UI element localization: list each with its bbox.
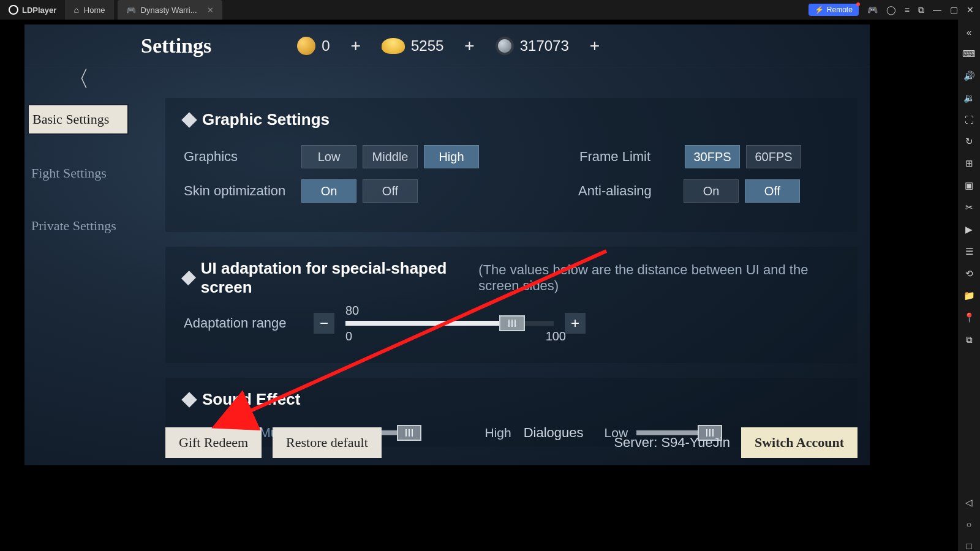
diamond-icon <box>181 271 196 285</box>
coin-icon <box>496 37 514 55</box>
ldplayer-logo: LDPlayer <box>0 5 65 15</box>
diamond-icon <box>181 112 197 127</box>
emulator-top-bar: LDPlayer ⌂ Home 🎮 Dynasty Warri... ✕ ⚡ R… <box>0 0 980 20</box>
sync-icon[interactable]: ↻ <box>965 136 973 147</box>
page-title: Settings <box>141 34 211 58</box>
close-window-icon[interactable]: ✕ <box>967 5 974 15</box>
ldplayer-ring-icon <box>9 5 18 15</box>
settings-header: Settings 0 + 5255 + 317073 + <box>24 24 870 67</box>
collapse-icon[interactable]: « <box>967 27 971 37</box>
keyboard-icon[interactable]: ⌨ <box>962 48 976 59</box>
ldplayer-brand: LDPlayer <box>22 6 56 15</box>
bolt-icon: ⚡ <box>815 6 824 14</box>
top-right-controls: ⚡ Remote 🎮 ◯ ≡ ⧉ — ▢ ✕ <box>809 4 980 16</box>
maximize-icon[interactable]: ▢ <box>950 5 958 15</box>
anti-aliasing-label: Anti-aliasing <box>578 183 670 199</box>
game-icon: 🎮 <box>126 6 136 15</box>
diamond-icon <box>181 392 197 407</box>
remote-label: Remote <box>827 6 853 14</box>
back-arrow-icon[interactable]: 〈 <box>67 64 89 94</box>
popout-icon[interactable]: ⧉ <box>918 5 924 15</box>
skin-off[interactable]: Off <box>363 179 418 203</box>
adaptation-slider: − 80 0 100 + <box>314 313 586 334</box>
graphic-settings-panel: Graphic Settings Graphics Low Middle Hig… <box>165 98 858 232</box>
home-icon: ⌂ <box>74 5 78 15</box>
restore-default-button[interactable]: Restore default <box>273 427 382 458</box>
scroll-icon <box>297 37 315 55</box>
fps-30[interactable]: 30FPS <box>685 145 740 168</box>
currency-ingot-value: 5255 <box>411 37 443 54</box>
tab-game-label: Dynasty Warri... <box>141 6 197 15</box>
nav-back-icon[interactable]: ◁ <box>965 497 973 508</box>
minimize-icon[interactable]: — <box>933 5 941 15</box>
anti-aliasing-options: On Off <box>684 179 800 203</box>
apk-icon[interactable]: ▣ <box>965 180 973 191</box>
nav-recent-icon[interactable]: □ <box>966 541 971 551</box>
add-ingot-button[interactable]: + <box>462 36 477 56</box>
switch-account-button[interactable]: Switch Account <box>741 427 858 458</box>
graphics-low[interactable]: Low <box>301 145 356 168</box>
multi-instance-icon[interactable]: ⊞ <box>965 158 973 169</box>
range-max: 100 <box>546 329 566 343</box>
add-scroll-button[interactable]: + <box>349 36 363 56</box>
currency-coin-value: 317073 <box>520 37 569 54</box>
ingot-icon <box>382 38 405 54</box>
record-icon[interactable]: ▶ <box>965 224 973 235</box>
tab-home[interactable]: ⌂ Home <box>65 0 113 20</box>
aa-on[interactable]: On <box>684 179 739 203</box>
menu-icon[interactable]: ≡ <box>905 5 910 15</box>
range-fill <box>345 321 512 326</box>
currency-ingot: 5255 <box>382 37 443 54</box>
fullscreen-icon[interactable]: ⛶ <box>965 114 974 125</box>
settings-content: Graphic Settings Graphics Low Middle Hig… <box>165 98 864 465</box>
aa-off[interactable]: Off <box>745 179 800 203</box>
graphics-middle[interactable]: Middle <box>363 145 418 168</box>
settings-tabs: Basic Settings Fight Settings Private Se… <box>28 104 129 240</box>
skin-on[interactable]: On <box>301 179 356 203</box>
ui-adapt-hint: (The values below are the distance betwe… <box>478 262 839 294</box>
game-viewport: 〈 Settings 0 + 5255 + 317073 + Basic Set… <box>24 24 870 465</box>
skin-opt-label: Skin optimization <box>184 183 288 199</box>
ui-adapt-title: UI adaptation for special-shaped screen … <box>184 259 839 297</box>
nav-home-icon[interactable]: ○ <box>966 519 971 530</box>
graphic-section-label: Graphic Settings <box>202 110 330 129</box>
scissors-icon[interactable]: ✂ <box>965 202 973 213</box>
range-minus-button[interactable]: − <box>314 313 334 334</box>
gamepad-icon[interactable]: 🎮 <box>867 5 878 15</box>
volume-up-icon[interactable]: 🔊 <box>963 70 975 81</box>
operation-icon[interactable]: ☰ <box>965 246 973 257</box>
range-track[interactable]: 80 0 100 <box>345 321 554 326</box>
sound-section-label: Sound Effect <box>202 390 300 409</box>
graphic-section-title: Graphic Settings <box>184 110 839 129</box>
fps-60[interactable]: 60FPS <box>746 145 801 168</box>
currency-scroll-value: 0 <box>322 37 330 54</box>
graphics-high[interactable]: High <box>424 145 479 168</box>
gift-redeem-button[interactable]: Gift Redeem <box>165 427 262 458</box>
range-current: 80 <box>345 304 359 318</box>
rotate-icon[interactable]: ⟲ <box>965 268 973 279</box>
bottom-bar: Gift Redeem Restore default Server: S94-… <box>165 427 858 458</box>
range-thumb[interactable] <box>499 315 525 331</box>
frame-limit-options: 30FPS 60FPS <box>685 145 801 168</box>
close-icon[interactable]: ✕ <box>207 6 214 15</box>
range-plus-button[interactable]: + <box>565 313 586 334</box>
server-label: Server: S94-YueJin <box>614 435 730 451</box>
location-icon[interactable]: 📍 <box>963 312 975 323</box>
tab-fight-settings[interactable]: Fight Settings <box>28 159 129 187</box>
currency-coin: 317073 <box>496 37 569 55</box>
currency-scroll: 0 <box>297 37 330 55</box>
folder-icon[interactable]: 📁 <box>963 290 975 301</box>
graphics-options: Low Middle High <box>301 145 479 168</box>
ui-adaptation-panel: UI adaptation for special-shaped screen … <box>165 247 858 363</box>
user-icon[interactable]: ◯ <box>886 5 896 15</box>
tab-basic-settings[interactable]: Basic Settings <box>28 104 129 135</box>
add-coin-button[interactable]: + <box>587 36 602 56</box>
tab-game[interactable]: 🎮 Dynasty Warri... ✕ <box>118 0 222 20</box>
currency-bar: 0 + 5255 + 317073 + <box>297 36 602 56</box>
tab-private-settings[interactable]: Private Settings <box>28 212 129 240</box>
sound-section-title: Sound Effect <box>184 390 839 409</box>
remote-button[interactable]: ⚡ Remote <box>809 4 859 16</box>
clone-icon[interactable]: ⧉ <box>966 334 973 345</box>
range-min: 0 <box>345 329 352 343</box>
volume-down-icon[interactable]: 🔉 <box>963 92 975 103</box>
